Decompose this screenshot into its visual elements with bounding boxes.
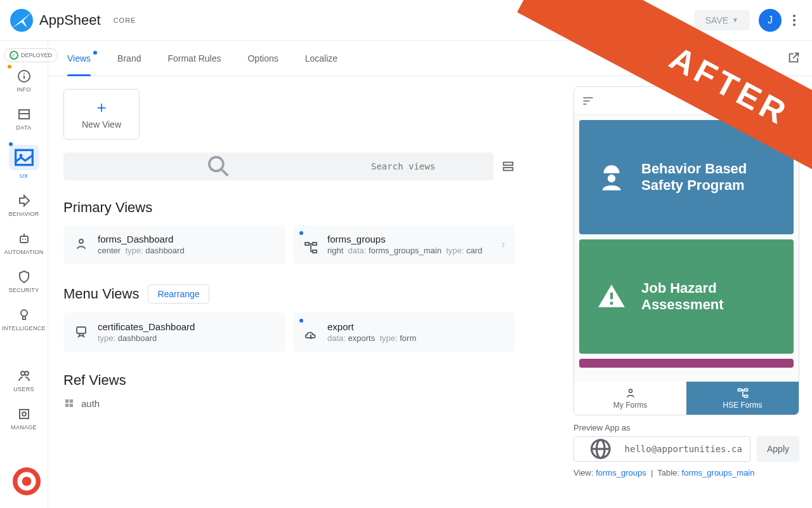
tab-brand[interactable]: Brand [117, 50, 141, 67]
warning-icon [596, 281, 627, 312]
behavior-icon [16, 193, 32, 208]
view-card-forms-dashboard[interactable]: forms_Dashboard center type: dashboard [63, 225, 285, 264]
tab-format-rules[interactable]: Format Rules [167, 50, 221, 67]
tab-options[interactable]: Options [247, 50, 278, 67]
ux-icon [9, 145, 39, 170]
sidebar-item-users[interactable]: USERS [6, 368, 42, 392]
status-dot [8, 65, 11, 69]
svg-rect-35 [610, 293, 613, 299]
app-name: AppSheet [39, 12, 101, 29]
person-icon [74, 236, 89, 251]
svg-rect-14 [20, 410, 29, 418]
ref-views-title: Ref Views [63, 372, 515, 389]
svg-point-11 [21, 310, 27, 316]
svg-rect-39 [744, 389, 747, 391]
worker-icon [596, 161, 627, 193]
preview-panel: Behavior Based Safety Program Job Hazard… [573, 86, 799, 478]
svg-rect-24 [313, 243, 317, 245]
svg-rect-30 [70, 404, 73, 407]
rearrange-button[interactable]: Rearrange [148, 284, 209, 304]
indicator-dot [299, 319, 303, 323]
open-in-new-icon[interactable] [787, 51, 801, 65]
view-link[interactable]: forms_groups [596, 468, 646, 478]
svg-point-9 [25, 239, 26, 240]
avatar[interactable]: J [759, 9, 782, 32]
sidebar-item-intelligence[interactable]: INTELLIGENCE [6, 307, 42, 331]
main-content: + New View Primary Views forms_Dashboard… [48, 76, 530, 428]
tab-localize[interactable]: Localize [305, 50, 337, 67]
new-view-button[interactable]: + New View [63, 89, 140, 140]
sidebar-item-security[interactable]: SECURITY [6, 269, 42, 293]
apply-button[interactable]: Apply [757, 436, 799, 462]
svg-rect-21 [504, 168, 513, 171]
sidebar-item-behavior[interactable]: BEHAVIOR [6, 193, 42, 217]
svg-point-18 [209, 157, 223, 171]
svg-rect-1 [23, 76, 25, 79]
svg-point-37 [629, 389, 632, 392]
sidebar-item-data[interactable]: DATA [6, 107, 42, 131]
svg-rect-25 [313, 250, 317, 253]
svg-rect-27 [65, 399, 69, 403]
phone-tabs: My Forms HSE Forms [574, 382, 799, 415]
sidebar-item-ux[interactable]: UX [6, 145, 42, 179]
indicator-dot [299, 231, 303, 235]
sort-icon[interactable] [582, 95, 594, 107]
tab-views[interactable]: Views [67, 50, 91, 67]
grid-icon [63, 398, 75, 409]
info-icon [16, 69, 32, 84]
chevron-right-icon: › [502, 239, 505, 250]
form-card-partial[interactable] [579, 359, 794, 368]
ref-group-auth[interactable]: auth [63, 398, 515, 409]
view-card-export[interactable]: export data: exports type: form [293, 312, 515, 352]
status-dot [9, 142, 13, 146]
sidebar-item-info[interactable]: INFO [6, 69, 42, 93]
svg-point-34 [608, 175, 616, 183]
primary-views-title: Primary Views [63, 199, 515, 216]
svg-point-22 [79, 239, 83, 243]
search-views[interactable] [63, 152, 494, 180]
automation-icon [16, 231, 32, 246]
svg-point-2 [23, 73, 25, 74]
search-icon [72, 152, 365, 180]
search-input[interactable] [371, 161, 485, 171]
svg-rect-38 [738, 389, 741, 391]
form-card-hazard[interactable]: Job Hazard Assessment [579, 239, 794, 354]
layout-toggle-icon[interactable] [501, 159, 515, 173]
plus-icon: + [96, 99, 106, 116]
svg-rect-26 [77, 327, 86, 333]
sidebar-item-manage[interactable]: MANAGE [6, 406, 42, 431]
tree-icon [303, 240, 318, 255]
preview-email-input[interactable]: hello@apportunities.ca [573, 436, 750, 462]
shield-icon [16, 269, 32, 284]
svg-point-36 [610, 302, 613, 305]
help-fab[interactable] [13, 467, 41, 495]
phone-tab-my-forms[interactable]: My Forms [574, 382, 686, 415]
sidebar: INFO DATA UX BEHAVIOR AUTOMATION SECURIT… [0, 41, 48, 508]
save-button[interactable]: SAVE ▼ [694, 10, 750, 30]
intelligence-icon [16, 307, 32, 323]
table-link[interactable]: forms_groups_main [682, 468, 755, 478]
view-card-forms-groups[interactable]: forms_groups right data: forms_groups_ma… [293, 225, 515, 264]
users-icon [16, 368, 32, 384]
svg-line-19 [222, 170, 228, 176]
preview-as-label: Preview App as [573, 423, 799, 432]
data-icon [16, 107, 32, 122]
phone-tab-hse-forms[interactable]: HSE Forms [686, 382, 799, 415]
dropdown-icon: ▼ [732, 17, 738, 23]
logo[interactable]: AppSheet CORE [10, 9, 136, 32]
svg-rect-20 [504, 163, 513, 166]
appsheet-logo-icon [10, 9, 33, 32]
preview-meta: View: forms_groups | Table: forms_groups… [573, 468, 799, 478]
more-menu-icon[interactable] [787, 13, 802, 28]
svg-point-17 [22, 477, 32, 486]
tier-badge: CORE [114, 17, 136, 24]
sidebar-item-automation[interactable]: AUTOMATION [6, 231, 42, 255]
svg-rect-29 [65, 404, 69, 407]
svg-rect-23 [305, 243, 309, 245]
svg-point-15 [22, 412, 26, 416]
view-card-certificates[interactable]: certificates_Dashboard type: dashboard [63, 312, 285, 352]
globe-icon [582, 437, 620, 461]
svg-point-13 [25, 371, 29, 375]
menu-views-title: Menu Views Rearrange [63, 284, 515, 304]
badge-icon [74, 324, 89, 339]
